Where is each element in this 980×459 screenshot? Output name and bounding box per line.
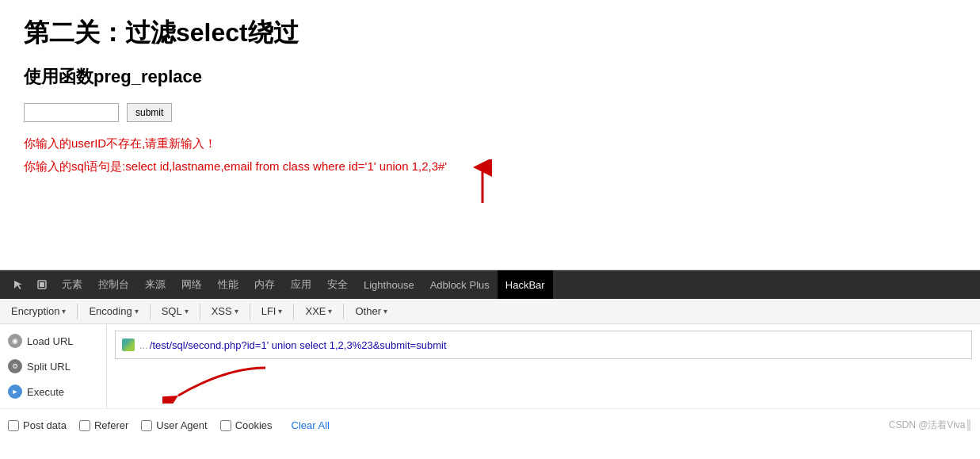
toolbar-xxe-button[interactable]: XXE ▾: [300, 304, 337, 319]
toolbar-separator: [250, 304, 250, 319]
user-agent-checkbox[interactable]: [141, 420, 152, 431]
arrow-up-icon: [471, 159, 494, 210]
chevron-down-icon: ▾: [185, 307, 189, 316]
devtools-tab-控制台[interactable]: 控制台: [90, 270, 137, 299]
referer-label: Referer: [94, 419, 128, 431]
toolbar-other-button[interactable]: Other ▾: [350, 304, 392, 319]
chevron-down-icon: ▾: [328, 307, 332, 316]
cookies-checkbox[interactable]: [220, 420, 231, 431]
split-icon: ⚙: [8, 359, 22, 373]
toolbar-encryption-button[interactable]: Encryption ▾: [6, 304, 71, 319]
chevron-down-icon: ▾: [235, 307, 238, 316]
referer-checkbox[interactable]: [79, 420, 90, 431]
devtools-tab-性能[interactable]: 性能: [210, 270, 246, 299]
devtools-tab-安全[interactable]: 安全: [319, 270, 356, 299]
error-message: 你输入的userID不存在,请重新输入！: [24, 136, 956, 151]
submit-button[interactable]: submit: [127, 103, 172, 122]
toolbar-separator: [200, 304, 200, 319]
devtools-tab-lighthouse[interactable]: Lighthouse: [356, 270, 422, 299]
chevron-down-icon: ▾: [135, 307, 139, 316]
toolbar-separator: [293, 304, 294, 319]
cookies-label: Cookies: [235, 419, 273, 431]
hackbar-url-area: ... /test/sql/second.php?id=1' union sel…: [107, 324, 980, 408]
page-title: 第二关：过滤select绕过: [24, 16, 956, 51]
hackbar-toolbar: Encryption ▾Encoding ▾SQL ▾XSS ▾LFI ▾XXE…: [0, 299, 980, 324]
devtools-container: 元素控制台来源网络性能内存应用安全LighthouseAdblock PlusH…: [0, 270, 980, 442]
hackbar-sidebar: ◉Load URL⚙Split URL►Execute: [0, 324, 107, 408]
sidebar-split-url-button[interactable]: ⚙Split URL: [0, 354, 106, 378]
chevron-down-icon: ▾: [383, 307, 387, 316]
hackbar-body: ◉Load URL⚙Split URL►Execute ... /test/sq…: [0, 324, 980, 408]
toolbar-lfi-button[interactable]: LFI ▾: [257, 304, 288, 319]
inspect-icon[interactable]: [30, 279, 54, 290]
sidebar-execute-button[interactable]: ►Execute: [0, 380, 106, 404]
toolbar-encoding-button[interactable]: Encoding ▾: [84, 304, 143, 319]
user-id-input[interactable]: [24, 103, 119, 122]
sql-output-row: 你输入的sql语句是:select id,lastname,email from…: [24, 159, 956, 210]
page-subtitle: 使用函数preg_replace: [24, 65, 956, 89]
url-text: /test/sql/second.php?id=1' union select …: [150, 339, 447, 351]
chevron-down-icon: ▾: [278, 307, 282, 316]
toolbar-separator: [150, 304, 151, 319]
hackbar-bottom: Post data Referer User Agent Cookies Cle…: [0, 408, 980, 442]
input-row: submit: [24, 103, 956, 122]
post-data-checkbox[interactable]: [8, 420, 19, 431]
svg-rect-3: [40, 282, 44, 287]
user-agent-label: User Agent: [156, 419, 207, 431]
chevron-down-icon: ▾: [62, 307, 66, 316]
url-bar[interactable]: ... /test/sql/second.php?id=1' union sel…: [115, 331, 972, 359]
user-agent-checkbox-item[interactable]: User Agent: [141, 419, 207, 431]
globe-icon: ◉: [8, 334, 22, 348]
main-content: 第二关：过滤select绕过 使用函数preg_replace submit 你…: [0, 0, 980, 270]
devtools-tab-来源[interactable]: 来源: [137, 270, 174, 299]
execute-icon: ►: [8, 384, 22, 399]
cookies-checkbox-item[interactable]: Cookies: [220, 419, 273, 431]
sql-text: 你输入的sql语句是:select id,lastname,email from…: [24, 159, 447, 174]
referer-checkbox-item[interactable]: Referer: [79, 419, 128, 431]
toolbar-separator: [77, 304, 78, 319]
sidebar-btn-label: Split URL: [27, 361, 71, 373]
devtools-tab-网络[interactable]: 网络: [174, 270, 210, 299]
cursor-icon[interactable]: [6, 279, 30, 290]
arrow-left-container: [115, 364, 972, 396]
sidebar-btn-label: Execute: [27, 386, 64, 398]
devtools-tab-adblock-plus[interactable]: Adblock Plus: [422, 270, 498, 299]
clear-all-link[interactable]: Clear All: [292, 419, 330, 431]
toolbar-separator: [343, 304, 344, 319]
toolbar-sql-button[interactable]: SQL ▾: [157, 304, 193, 319]
post-data-checkbox-item[interactable]: Post data: [8, 419, 67, 431]
devtools-tab-内存[interactable]: 内存: [246, 270, 283, 299]
toolbar-xss-button[interactable]: XSS ▾: [207, 304, 243, 319]
post-data-label: Post data: [23, 419, 67, 431]
devtools-tab-应用[interactable]: 应用: [283, 270, 319, 299]
sidebar-btn-label: Load URL: [27, 335, 74, 347]
url-prefix-text: ...: [139, 339, 148, 351]
devtools-tab-元素[interactable]: 元素: [54, 270, 90, 299]
devtools-tab-hackbar[interactable]: HackBar: [498, 270, 553, 299]
devtools-tabbar: 元素控制台来源网络性能内存应用安全LighthouseAdblock PlusH…: [0, 270, 980, 299]
favicon-icon: [122, 339, 135, 351]
devtools-tabs-list: 元素控制台来源网络性能内存应用安全LighthouseAdblock PlusH…: [54, 270, 553, 299]
watermark: CSDN @活着Viva║: [889, 419, 972, 432]
sidebar-load-url-button[interactable]: ◉Load URL: [0, 329, 106, 353]
